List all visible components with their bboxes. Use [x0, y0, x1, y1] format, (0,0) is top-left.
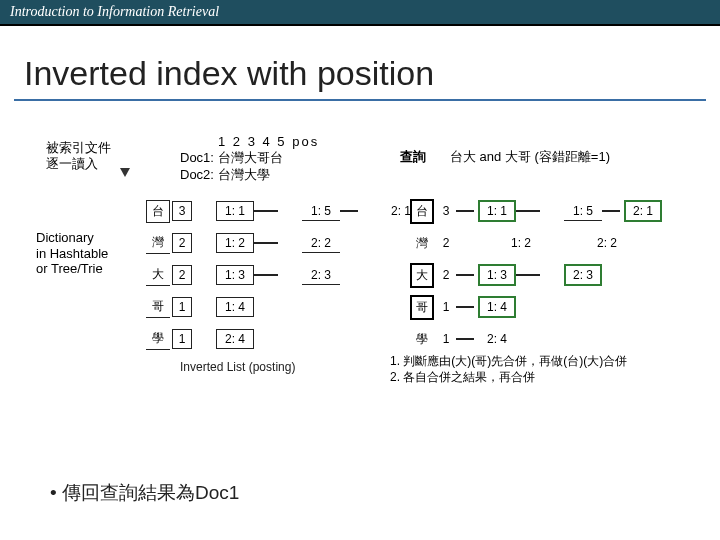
left-term-3: 哥 — [146, 296, 170, 318]
merge-notes: 1. 判斷應由(大)(哥)先合併，再做(台)(大)合併 2. 各自合併之結果，再… — [390, 353, 627, 385]
label-dict-l3: or Tree/Trie — [36, 261, 108, 277]
right-term-1: 灣 — [410, 233, 434, 254]
right-df-1: 2 — [436, 234, 456, 252]
link-icon — [516, 210, 540, 212]
right-row-0: 台 3 1: 1 1: 5 2: 1 — [410, 198, 662, 224]
title-rule — [14, 99, 706, 101]
right-row-2: 大 2 1: 3 2: 3 — [410, 262, 602, 288]
left-df-1: 2 — [172, 233, 192, 253]
right-post-1-0: 1: 2 — [502, 234, 540, 252]
left-post-1-1: 2: 2 — [302, 234, 340, 253]
right-df-3: 1 — [436, 298, 456, 316]
link-icon — [456, 306, 474, 308]
query-text: 台大 and 大哥 (容錯距離=1) — [450, 148, 610, 166]
doc1-text: Doc1: 台灣大哥台 — [180, 150, 319, 166]
link-icon — [254, 210, 278, 212]
left-term-2: 大 — [146, 264, 170, 286]
link-icon — [456, 274, 474, 276]
right-post-4-0: 2: 4 — [478, 330, 516, 348]
link-icon — [516, 274, 540, 276]
label-dict-l2: in Hashtable — [36, 246, 108, 262]
note-line-2: 2. 各自合併之結果，再合併 — [390, 369, 627, 385]
left-post-1-0: 1: 2 — [216, 233, 254, 253]
left-term-4: 學 — [146, 328, 170, 350]
left-df-2: 2 — [172, 265, 192, 285]
left-row-0: 台 3 1: 1 1: 5 2: 1 — [146, 198, 420, 224]
link-icon — [340, 210, 358, 212]
link-icon — [254, 242, 278, 244]
arrow-down-icon — [120, 168, 130, 177]
label-indexed-docs: 被索引文件 逐一讀入 — [46, 140, 111, 171]
right-term-2: 大 — [410, 263, 434, 288]
left-row-3: 哥 1 1: 4 — [146, 294, 254, 320]
right-post-3-0: 1: 4 — [478, 296, 516, 318]
right-post-1-1: 2: 2 — [588, 234, 626, 252]
link-icon — [456, 210, 474, 212]
topbar: Introduction to Information Retrieval — [0, 0, 720, 26]
query-label: 查詢 — [400, 148, 426, 166]
right-term-4: 學 — [410, 329, 434, 350]
left-df-4: 1 — [172, 329, 192, 349]
link-icon — [602, 210, 620, 212]
label-indexed-docs-l1: 被索引文件 — [46, 140, 111, 156]
right-df-4: 1 — [436, 330, 456, 348]
left-term-1: 灣 — [146, 232, 170, 254]
slide-title: Inverted index with position — [24, 54, 720, 93]
left-post-4-0: 2: 4 — [216, 329, 254, 349]
right-post-2-0: 1: 3 — [478, 264, 516, 286]
left-post-3-0: 1: 4 — [216, 297, 254, 317]
right-post-0-1: 1: 5 — [564, 202, 602, 221]
left-row-4: 學 1 2: 4 — [146, 326, 254, 352]
pos-header: 1 2 3 4 5 pos — [180, 134, 319, 150]
label-dictionary: Dictionary in Hashtable or Tree/Trie — [36, 230, 108, 277]
link-icon — [254, 274, 278, 276]
right-term-0: 台 — [410, 199, 434, 224]
result-bullet-text: 傳回查詢結果為Doc1 — [62, 482, 239, 503]
doc2-text: Doc2: 台灣大學 — [180, 167, 319, 183]
right-df-0: 3 — [436, 202, 456, 220]
left-term-0: 台 — [146, 200, 170, 223]
link-icon — [456, 338, 474, 340]
left-post-2-0: 1: 3 — [216, 265, 254, 285]
right-post-0-0: 1: 1 — [478, 200, 516, 222]
left-df-0: 3 — [172, 201, 192, 221]
right-row-3: 哥 1 1: 4 — [410, 294, 516, 320]
left-row-2: 大 2 1: 3 2: 3 — [146, 262, 340, 288]
right-post-2-1: 2: 3 — [564, 264, 602, 286]
right-post-0-2: 2: 1 — [624, 200, 662, 222]
left-df-3: 1 — [172, 297, 192, 317]
right-row-4: 學 1 2: 4 — [410, 326, 516, 352]
right-df-2: 2 — [436, 266, 456, 284]
topbar-title: Introduction to Information Retrieval — [10, 4, 219, 20]
label-dict-l1: Dictionary — [36, 230, 108, 246]
left-post-0-1: 1: 5 — [302, 202, 340, 221]
right-row-1: 灣 2 1: 2 2: 2 — [410, 230, 626, 256]
left-post-2-1: 2: 3 — [302, 266, 340, 285]
result-bullet: 傳回查詢結果為Doc1 — [50, 480, 239, 506]
doc-header: 1 2 3 4 5 pos Doc1: 台灣大哥台 Doc2: 台灣大學 — [180, 134, 319, 183]
inverted-list-caption: Inverted List (posting) — [180, 360, 295, 374]
note-line-1: 1. 判斷應由(大)(哥)先合併，再做(台)(大)合併 — [390, 353, 627, 369]
label-indexed-docs-l2: 逐一讀入 — [46, 156, 111, 172]
left-row-1: 灣 2 1: 2 2: 2 — [146, 230, 340, 256]
left-post-0-0: 1: 1 — [216, 201, 254, 221]
right-term-3: 哥 — [410, 295, 434, 320]
